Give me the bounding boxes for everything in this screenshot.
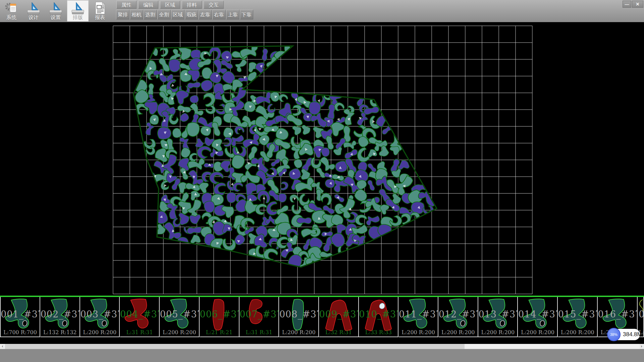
piece-id-label: 011_#37: [399, 309, 438, 319]
piece-thumbnail[interactable]: 010_#37L:33 R:33: [359, 297, 398, 337]
app-tab-report[interactable]: 报表: [89, 0, 111, 21]
menu-tab-nesting[interactable]: 排料: [182, 1, 202, 9]
horizontal-scrollbar[interactable]: ‹ ›: [0, 344, 644, 349]
settings-icon: [49, 1, 63, 15]
piece-id-label: 003_#37: [80, 309, 119, 319]
memory-usage-label: 384.8M: [623, 331, 642, 338]
piece-thumbnail[interactable]: 005_#37L:200 R:200: [160, 297, 200, 337]
piece-thumbnail[interactable]: 007_#37L:31 R:31: [239, 297, 279, 337]
ribbon-button-snap-bottom[interactable]: 下靠: [240, 10, 253, 19]
piece-thumbnail[interactable]: 012_#37L:200 R:200: [439, 297, 478, 337]
app-tab-label: 报表: [89, 14, 111, 21]
minimize-button[interactable]: —: [623, 1, 631, 8]
piece-thumbnail[interactable]: 004_#37L:31 R:31: [120, 297, 160, 337]
system-icon: [4, 1, 18, 15]
scroll-right-arrow-icon[interactable]: ›: [639, 344, 644, 349]
progress-circle-icon: 38%: [607, 328, 621, 341]
piece-count-label: L:132 R:132: [41, 329, 79, 336]
piece-id-label: 0: [638, 309, 644, 319]
ribbon-button-cut-all[interactable]: 全割: [157, 10, 171, 19]
ribbon-button-snap-left[interactable]: 左靠: [199, 10, 212, 19]
piece-thumbnail[interactable]: 013_#37L:200 R:200: [478, 297, 518, 337]
piece-count-label: L:31 R:31: [239, 329, 278, 336]
pieces-strip: 001_#37L:700 R:700002_#37L:132 R:132003_…: [0, 297, 644, 337]
piece-id-label: 012_#37: [439, 309, 478, 319]
piece-id-label: 010_#37: [359, 309, 398, 319]
piece-thumbnail[interactable]: 014_#37L:200 R:200: [518, 297, 558, 337]
piece-id-label: 006_#37: [200, 309, 239, 319]
piece-count-label: L:200 R:200: [478, 329, 517, 336]
report-icon: [93, 1, 107, 15]
ribbon-button-region[interactable]: 区域: [171, 10, 184, 19]
ribbon-button-snap-right[interactable]: 右靠: [212, 10, 226, 19]
piece-count-label: L:200 R:200: [80, 329, 119, 336]
piece-id-label: 013_#37: [478, 309, 517, 319]
piece-id-label: 004_#37: [120, 309, 159, 319]
piece-id-label: 015_#37: [558, 309, 597, 319]
app-tab-settings[interactable]: 设置: [45, 0, 66, 21]
piece-count-label: L:200 R:200: [558, 329, 597, 336]
app-tab-label: 系统: [1, 14, 22, 21]
piece-id-label: 001_#37: [1, 309, 40, 319]
piece-thumbnail[interactable]: 009_#37L:32 R:31: [319, 297, 359, 337]
piece-count-label: L:32 R:31: [319, 329, 358, 336]
piece-thumbnail[interactable]: 008_#37L:200 R:200: [279, 297, 319, 337]
piece-count-label: L:200 R:200: [439, 329, 478, 336]
nesting-icon: [71, 1, 85, 15]
piece-thumbnail[interactable]: 006_#37L:21 R:21: [200, 297, 239, 337]
close-button[interactable]: ✕: [632, 1, 643, 8]
piece-thumbnail[interactable]: 011_#37L:200 R:200: [399, 297, 438, 337]
piece-count-label: L:200 R:200: [518, 329, 557, 336]
piece-id-label: 008_#37: [279, 309, 318, 319]
scrollbar-thumb[interactable]: [5, 344, 465, 349]
ribbon-button-camera[interactable]: 相机: [130, 10, 143, 19]
piece-thumbnail[interactable]: 015_#37L:200 R:200: [558, 297, 598, 337]
piece-count-label: L:200 R:200: [279, 329, 318, 336]
app-tab-label: 设置: [45, 14, 66, 21]
design-icon: [26, 1, 41, 15]
nesting-canvas[interactable]: [0, 22, 644, 296]
piece-id-label: 016_#37: [598, 309, 637, 319]
piece-id-label: 005_#37: [160, 309, 199, 319]
scroll-left-arrow-icon[interactable]: ‹: [0, 344, 5, 349]
piece-count-label: L:33 R:33: [359, 329, 398, 336]
menu-tab-region[interactable]: 区域: [160, 1, 180, 9]
app-tab-label: 设计: [23, 14, 44, 21]
app-tab-system[interactable]: 系统: [1, 0, 22, 21]
piece-id-label: 007_#37: [239, 309, 278, 319]
app-tab-design[interactable]: 设计: [23, 0, 44, 21]
ribbon-button-snap-top[interactable]: 上靠: [226, 10, 239, 19]
piece-count-label: L:200 R:200: [399, 329, 438, 336]
piece-count-label: L:31 R:31: [120, 329, 159, 336]
piece-id-label: 014_#37: [518, 309, 557, 319]
app-tab-nesting[interactable]: 排版: [67, 0, 89, 21]
piece-thumbnail[interactable]: 003_#37L:200 R:200: [80, 297, 120, 337]
menu-tab-interact[interactable]: 交互: [204, 1, 224, 9]
piece-count-label: L:200 R:200: [160, 329, 199, 336]
ribbon-button-select-cut[interactable]: 选割: [144, 10, 157, 19]
piece-thumbnail[interactable]: 001_#37L:700 R:700: [1, 297, 40, 337]
menu-tab-properties[interactable]: 属性: [116, 1, 137, 9]
piece-id-label: 002_#37: [41, 309, 79, 319]
ribbon-button-defect[interactable]: 瑕疵: [185, 10, 198, 19]
toolbar: 系统设计设置排版报表 属性编辑区域排料交互 聚排相机选割全割区域瑕疵左靠右靠上靠…: [0, 0, 644, 22]
piece-count-label: L:700 R:700: [1, 329, 40, 336]
ribbon-button-cluster-nest[interactable]: 聚排: [116, 10, 129, 19]
menu-tab-edit[interactable]: 编辑: [138, 1, 158, 9]
nesting-app-window: 系统设计设置排版报表 属性编辑区域排料交互 聚排相机选割全割区域瑕疵左靠右靠上靠…: [0, 0, 644, 362]
status-bar: [0, 349, 644, 362]
piece-id-label: 009_#37: [319, 309, 358, 319]
status-badge: 38% 384.8M: [608, 329, 640, 340]
piece-thumbnail[interactable]: 002_#37L:132 R:132: [41, 297, 80, 337]
canvas-svg: [0, 22, 644, 296]
piece-count-label: L:21 R:21: [200, 329, 239, 336]
app-tab-label: 排版: [67, 14, 89, 21]
